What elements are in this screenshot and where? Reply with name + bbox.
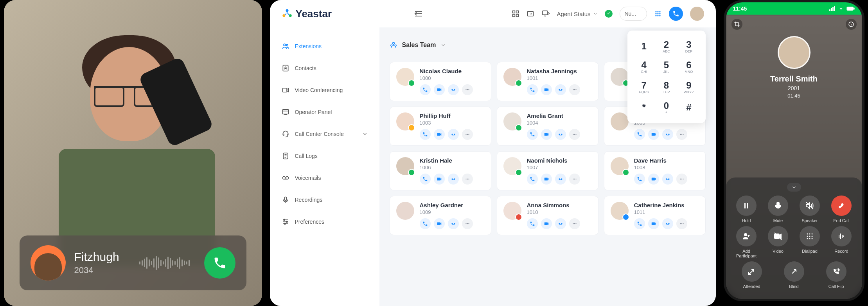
video-action[interactable] — [648, 129, 659, 140]
voicemail-action[interactable] — [555, 174, 566, 185]
more-action[interactable] — [569, 129, 580, 140]
nav-item-operator-panel[interactable]: Operator Panel — [270, 101, 379, 123]
record-button[interactable]: Record — [828, 226, 855, 258]
extension-card[interactable]: Kristin Hale1006 — [390, 151, 491, 190]
call-button[interactable] — [669, 7, 683, 21]
dialpad-key-*[interactable]: * — [634, 98, 654, 117]
video-action[interactable] — [434, 84, 445, 95]
voicemail-action[interactable] — [555, 218, 566, 229]
video-button[interactable]: Video — [764, 226, 792, 258]
addpart-button[interactable]: Add Participant — [733, 226, 760, 258]
call-action[interactable] — [420, 218, 431, 229]
more-action[interactable] — [569, 174, 580, 185]
agent-status-dropdown[interactable]: Agent Status — [557, 11, 598, 17]
apps-icon[interactable] — [512, 10, 519, 18]
call-action[interactable] — [634, 174, 645, 185]
call-action[interactable] — [527, 174, 538, 185]
extension-card[interactable]: Amelia Grant1004 — [497, 107, 598, 146]
dialpad-key-4[interactable]: 4GHI — [634, 57, 654, 76]
dialpad-key-#[interactable]: # — [678, 98, 699, 117]
user-avatar[interactable] — [690, 7, 704, 21]
voicemail-action[interactable] — [448, 129, 459, 140]
extension-card[interactable]: Dave Harris1008 — [604, 151, 706, 190]
chevron-down-icon[interactable] — [440, 42, 446, 48]
nav-item-contacts[interactable]: Contacts — [270, 57, 379, 79]
callflip-button[interactable]: Call Flip — [823, 261, 850, 289]
video-action[interactable] — [434, 218, 445, 229]
extension-card[interactable]: Nicolas Claude1000 — [390, 62, 491, 101]
more-action[interactable] — [569, 84, 580, 95]
endcall-button[interactable]: End Call — [828, 196, 855, 223]
call-action[interactable] — [420, 129, 431, 140]
more-action[interactable] — [676, 218, 687, 229]
voicemail-action[interactable] — [662, 129, 673, 140]
collapse-sidebar-icon[interactable] — [414, 9, 423, 18]
more-action[interactable] — [462, 174, 473, 185]
call-action[interactable] — [634, 218, 645, 229]
extension-card[interactable]: Natasha Jennings1001 — [497, 62, 598, 101]
call-action[interactable] — [527, 218, 538, 229]
call-action[interactable] — [634, 129, 645, 140]
extension-card[interactable]: Naomi Nichols1007 — [497, 151, 598, 190]
voicemail-action[interactable] — [662, 218, 673, 229]
voicemail-action[interactable] — [448, 218, 459, 229]
voicemail-action[interactable] — [448, 174, 459, 185]
more-action[interactable] — [676, 174, 687, 185]
mute-button[interactable]: Mute — [764, 196, 792, 223]
call-action[interactable] — [420, 84, 431, 95]
nav-item-extensions[interactable]: Extensions — [270, 35, 379, 57]
blind-button[interactable]: Blind — [780, 261, 808, 289]
voicemail-action[interactable] — [555, 84, 566, 95]
attended-button[interactable]: Attended — [738, 261, 766, 289]
dialpad-key-9[interactable]: 9WXYZ — [678, 78, 699, 96]
dialpad-key-6[interactable]: 6MNO — [678, 57, 699, 76]
more-action[interactable] — [569, 218, 580, 229]
search-input[interactable] — [620, 7, 647, 21]
more-action[interactable] — [462, 218, 473, 229]
dialpad-key-2[interactable]: 2ABC — [656, 37, 677, 56]
call-action[interactable] — [527, 84, 538, 95]
answer-button[interactable] — [204, 247, 235, 279]
video-action[interactable] — [541, 84, 552, 95]
extension-card[interactable]: Anna Simmons1010 — [497, 196, 598, 235]
extension-card[interactable]: Ashley Gardner1009 — [390, 196, 491, 235]
nav-item-call-logs[interactable]: Call Logs — [270, 145, 379, 167]
call-action[interactable] — [420, 174, 431, 185]
function-icon[interactable]: Fn — [527, 10, 534, 18]
nav-item-call-center-console[interactable]: Call Center Console — [270, 123, 379, 145]
nav-item-recordings[interactable]: Recordings — [270, 189, 379, 211]
panel-handle[interactable] — [787, 183, 801, 192]
video-action[interactable] — [541, 174, 552, 185]
more-action[interactable] — [462, 84, 473, 95]
dialpad-button[interactable]: Diailpad — [796, 226, 823, 258]
video-action[interactable] — [648, 174, 659, 185]
video-action[interactable] — [648, 218, 659, 229]
dialpad-key-5[interactable]: 5JKL — [656, 57, 677, 76]
speaker-button[interactable]: Speaker — [796, 196, 823, 223]
call-action[interactable] — [527, 129, 538, 140]
hold-button[interactable]: Hold — [733, 196, 760, 223]
voicemail-action[interactable] — [448, 84, 459, 95]
info-icon[interactable] — [846, 19, 857, 30]
monitor-icon[interactable] — [541, 10, 550, 18]
voicemail-action[interactable] — [555, 129, 566, 140]
more-action[interactable] — [676, 129, 687, 140]
dialpad-key-3[interactable]: 3DEF — [678, 37, 699, 56]
extension-card[interactable]: Phillip Huff1003 — [390, 107, 491, 146]
dialpad-key-1[interactable]: 1 — [634, 37, 654, 56]
dialpad-icon[interactable] — [654, 10, 662, 18]
extension-card[interactable]: Catherine Jenkins1011 — [604, 196, 706, 235]
video-action[interactable] — [434, 174, 445, 185]
dialpad-key-7[interactable]: 7PQRS — [634, 78, 654, 96]
crop-icon[interactable] — [731, 19, 742, 30]
dialpad-key-8[interactable]: 8TUV — [656, 78, 677, 96]
nav-item-video-conferencing[interactable]: Video Conferencing — [270, 79, 379, 101]
dialpad-key-0[interactable]: 0+ — [656, 98, 677, 117]
video-action[interactable] — [541, 129, 552, 140]
nav-item-preferences[interactable]: Preferences — [270, 211, 379, 233]
video-action[interactable] — [541, 218, 552, 229]
video-action[interactable] — [434, 129, 445, 140]
more-action[interactable] — [462, 129, 473, 140]
voicemail-action[interactable] — [662, 174, 673, 185]
nav-item-voicemails[interactable]: Voicemails — [270, 167, 379, 189]
